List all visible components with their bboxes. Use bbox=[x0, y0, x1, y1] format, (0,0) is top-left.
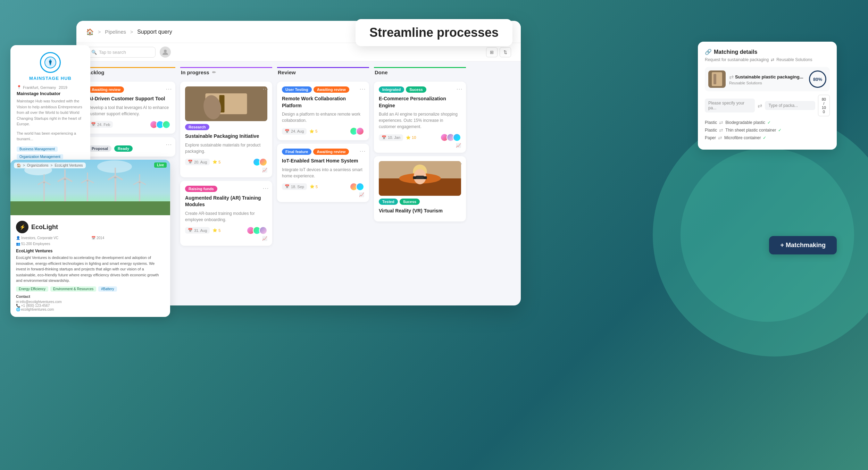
org-logo-icon bbox=[44, 56, 57, 69]
card-desc: Explore sustainable materials for produc… bbox=[185, 142, 267, 154]
match-name-row: ⇄ Sustainable plastic packaging... bbox=[729, 74, 806, 80]
card-title: AI-Driven Customer Support Tool bbox=[88, 95, 170, 102]
avatar-filter[interactable] bbox=[160, 47, 171, 58]
eco-meta-type: 👤Investors, Corporate VC bbox=[16, 236, 89, 240]
search-placeholder: Tap to search bbox=[99, 50, 126, 55]
edit-icon[interactable]: ✏ bbox=[212, 70, 216, 75]
avatar bbox=[162, 120, 170, 129]
card-menu-icon[interactable]: ⋯ bbox=[262, 184, 269, 192]
trend-icon: 📈 bbox=[185, 168, 267, 173]
breadcrumb-sep1: > bbox=[98, 29, 101, 35]
match-arrow-icon: ⇄ bbox=[729, 74, 734, 80]
card-tags: Awaiting review bbox=[88, 86, 170, 93]
eco-card-body: ⚡ EcoLight 👤Investors, Corporate VC 📅201… bbox=[10, 215, 170, 317]
map-arrow-3: ⇄ bbox=[718, 135, 722, 141]
vr-image-svg bbox=[379, 161, 461, 196]
org-desc2: The world has been experiencing a tsunam… bbox=[17, 131, 84, 142]
vr-card-image bbox=[379, 161, 461, 196]
eco-logo-circle: ⚡ bbox=[16, 221, 28, 233]
mapping-row-3: Paper ⇄ Microfibre container ✓ bbox=[705, 135, 830, 141]
input-arrow-icon: ⇄ bbox=[758, 102, 762, 109]
svg-rect-45 bbox=[712, 72, 722, 86]
tag-proposal: Proposal bbox=[88, 145, 111, 152]
tag-research: Research bbox=[185, 124, 209, 130]
card-avatars bbox=[350, 127, 364, 135]
matchmaking-button[interactable]: + Matchmaking bbox=[769, 236, 837, 254]
match-thumbnail bbox=[708, 70, 726, 88]
grid-view-button[interactable]: ⊞ bbox=[486, 47, 498, 57]
eco-meta-employees: 👥51-200 Employees bbox=[16, 242, 89, 246]
svg-line-8 bbox=[44, 181, 50, 185]
svg-rect-1 bbox=[50, 64, 51, 65]
kanban-col-inprogress: In progress ✏ ⋯ Research bbox=[180, 67, 272, 302]
home-icon[interactable]: 🏠 bbox=[86, 28, 94, 36]
breadcrumb-pipelines[interactable]: Pipelines bbox=[105, 29, 126, 35]
eco-contact-label: Contact bbox=[16, 294, 62, 299]
headline-text: Streamline processes bbox=[369, 25, 499, 40]
kanban-card: ⋯ Research Sustainable Packaging Initiat… bbox=[180, 82, 272, 177]
card-menu-icon[interactable]: ⋯ bbox=[262, 85, 269, 93]
svg-rect-5 bbox=[43, 182, 45, 201]
done-label: Done bbox=[375, 69, 388, 75]
tag-final-feature: Final feature bbox=[282, 149, 311, 155]
kanban-col-done: Done ⋯ Integrated Sucess E-Commerce Pers… bbox=[374, 67, 466, 302]
eco-logo-row: ⚡ EcoLight bbox=[16, 221, 165, 233]
eco-status-badge: Live bbox=[154, 162, 167, 168]
card-footer: 📅10. Jan ⭐10 bbox=[379, 133, 461, 142]
card-menu-icon[interactable]: ⋯ bbox=[456, 85, 462, 93]
search-box[interactable]: 🔍 Tap to search bbox=[86, 47, 156, 58]
eco-company-full: EcoLight Ventures bbox=[16, 249, 165, 253]
org-company: Mainstage Incubator bbox=[17, 91, 84, 96]
trend-icon: 📈 bbox=[282, 192, 364, 197]
map-arrow-2: ⇄ bbox=[719, 127, 723, 133]
card-tags: Final feature Awaiting review bbox=[282, 149, 364, 155]
match-item: ⇄ Sustainable plastic packaging... Reusa… bbox=[705, 67, 830, 91]
col-header-review: Review bbox=[277, 67, 369, 78]
tag-integrated: Integrated bbox=[379, 86, 404, 93]
svg-line-29 bbox=[133, 181, 140, 185]
eco-card: 🏠>Organizations>EcoLight Ventures Live ⚡… bbox=[10, 160, 170, 317]
eco-tag-2: Environment & Resources bbox=[50, 286, 96, 292]
card-title: Augmented Reality (AR) Training Modules bbox=[185, 195, 267, 208]
col-header-backlog: Backlog bbox=[83, 67, 175, 78]
arrow-icon: ⇄ bbox=[771, 57, 774, 62]
card-tags: User Testing Awaiting review bbox=[282, 86, 364, 93]
eco-tag-3: #Battery bbox=[98, 286, 117, 292]
user-filter-icon bbox=[162, 49, 169, 56]
list-view-button[interactable]: ⇅ bbox=[500, 47, 511, 57]
view-toggle: ⊞ ⇅ bbox=[486, 47, 511, 57]
tag-user-testing: User Testing bbox=[282, 86, 312, 93]
inprogress-label: In progress bbox=[181, 69, 209, 75]
card-image bbox=[185, 86, 267, 121]
card-menu-icon[interactable]: ⋯ bbox=[166, 141, 172, 148]
card-tags: Research bbox=[185, 124, 267, 130]
card-date: 📅20. Aug bbox=[185, 159, 210, 165]
avatar bbox=[259, 226, 267, 235]
svg-rect-2 bbox=[10, 201, 170, 215]
kanban-card: ⋯ User Testing Awaiting review Remote Wo… bbox=[277, 82, 369, 140]
match-input-row: Please specify your pa... ⇄ Type of pack… bbox=[705, 95, 830, 116]
card-menu-icon[interactable]: ⋯ bbox=[359, 85, 366, 93]
card-menu-icon[interactable]: ⋯ bbox=[166, 85, 172, 93]
card-desc: Integrate IoT devices into a seamless sm… bbox=[282, 167, 364, 179]
match-input-right[interactable]: Type of packa... bbox=[765, 101, 815, 110]
map-left-2: Plastic bbox=[705, 128, 717, 133]
kanban-card: ⋯ Proposal Ready bbox=[83, 137, 175, 157]
card-tags: Raising funds bbox=[185, 186, 267, 192]
card-avatars bbox=[440, 133, 461, 142]
mapping-rows: Plastic ⇄ Biodegradable plastic ✓ Plasti… bbox=[705, 120, 830, 141]
match-input-left[interactable]: Please specify your pa... bbox=[705, 99, 755, 112]
eco-contact-email: ✉ info@ecolightventures.com bbox=[16, 300, 62, 304]
card-title: Sustainable Packaging Initiative bbox=[185, 133, 267, 140]
card-tags: Tested Sucess bbox=[379, 199, 461, 205]
match-thumb-svg bbox=[708, 70, 726, 88]
breadcrumb-sep2: > bbox=[130, 29, 133, 35]
card-stars: ⭐10 bbox=[406, 135, 416, 140]
svg-rect-41 bbox=[416, 176, 424, 179]
card-menu-icon[interactable]: ⋯ bbox=[359, 147, 366, 155]
calendar-icon: 📅 bbox=[91, 122, 96, 127]
org-name: MAINSTAGE HUB bbox=[17, 76, 84, 81]
svg-rect-43 bbox=[424, 176, 427, 179]
card-title: Remote Work Collaboration Platform bbox=[282, 95, 364, 109]
tag-success: Sucess bbox=[406, 86, 426, 93]
